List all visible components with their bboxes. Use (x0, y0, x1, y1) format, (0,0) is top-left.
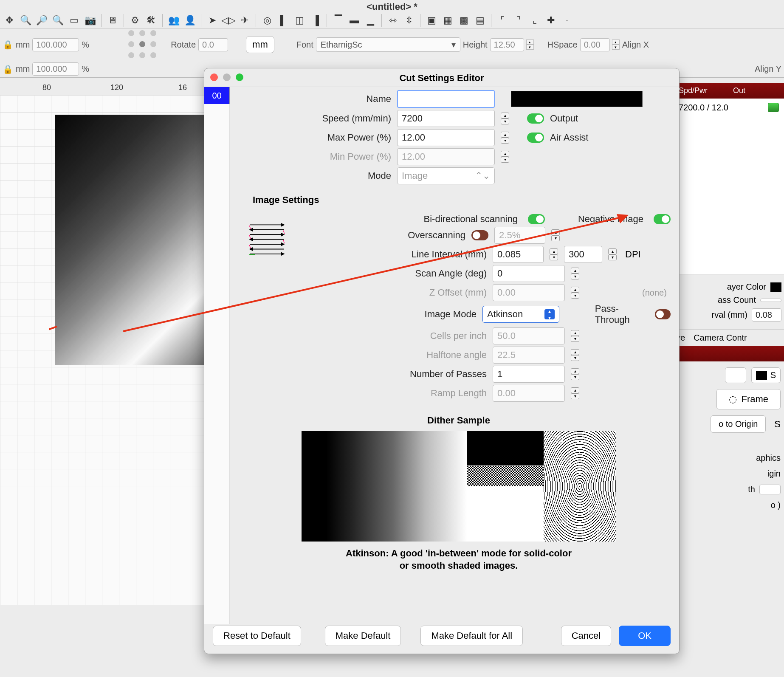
corner-tr-icon[interactable]: ⌝ (512, 14, 525, 27)
frame-button[interactable]: ◌Frame (716, 389, 781, 409)
scanangle-stepper[interactable]: ▴▾ (571, 268, 579, 279)
corner-bl-icon[interactable]: ⌞ (528, 14, 541, 27)
svg-marker-9 (281, 243, 284, 245)
tools-icon[interactable]: 🛠 (144, 14, 158, 27)
layer-tab-00[interactable]: 00 (204, 87, 230, 104)
output-label: Output (550, 113, 578, 124)
mirror-h-icon[interactable]: ◁▷ (222, 14, 235, 27)
height-stepper[interactable]: ▴▾ (526, 39, 534, 50)
cancel-button[interactable]: Cancel (561, 626, 611, 646)
align-center-icon[interactable]: ◫ (293, 14, 306, 27)
marquee-icon[interactable]: ▭ (67, 14, 81, 27)
bidir-toggle[interactable] (528, 214, 545, 224)
corner-c-icon[interactable]: · (560, 14, 574, 27)
height-field[interactable]: 12.50 (490, 38, 524, 51)
svg-line-14 (249, 226, 251, 229)
dist-h-icon[interactable]: ⇿ (386, 14, 400, 27)
arrange-2-icon[interactable]: ▦ (441, 14, 454, 27)
arrange-1-icon[interactable]: ▣ (425, 14, 438, 27)
crosshair-icon[interactable]: ✚ (544, 14, 558, 27)
scan-direction-icon (247, 212, 287, 267)
minpower-stepper: ▴▾ (501, 151, 509, 163)
hspace-stepper[interactable]: ▴▾ (612, 39, 620, 50)
hspace-field[interactable]: 0.00 (580, 38, 610, 51)
align-top-icon[interactable]: ▔ (331, 14, 345, 27)
opt-o[interactable]: o ) (677, 500, 781, 510)
opt-origin[interactable]: igin (677, 469, 781, 479)
align-right-icon[interactable]: ▐ (309, 14, 322, 27)
air-assist-toggle[interactable] (527, 133, 544, 143)
font-label: Font (296, 40, 313, 50)
image-settings-header: Image Settings (253, 195, 671, 206)
scanangle-input[interactable] (493, 265, 565, 282)
output-toggle[interactable] (527, 113, 544, 124)
make-default-button[interactable]: Make Default (325, 626, 401, 646)
rotate-field[interactable]: 0.0 (198, 38, 228, 51)
reset-default-button[interactable]: Reset to Default (213, 626, 301, 646)
opt-graphics[interactable]: aphics (677, 453, 781, 463)
ramp-input (493, 385, 565, 402)
close-icon[interactable] (210, 73, 218, 81)
overscan-toggle[interactable] (471, 230, 488, 240)
speed-input[interactable] (397, 110, 495, 127)
lineinterval-stepper[interactable]: ▴▾ (550, 248, 558, 260)
imagemode-dropdown[interactable]: Atkinson ▴▾ (482, 306, 560, 323)
zoom-out-icon[interactable]: 🔍 (51, 14, 65, 27)
passes-input[interactable] (493, 366, 565, 383)
dist-v-icon[interactable]: ⇳ (402, 14, 416, 27)
height-dim-field[interactable]: 100.000 (32, 62, 79, 76)
send-icon[interactable]: ✈ (238, 14, 251, 27)
make-default-all-button[interactable]: Make Default for All (420, 626, 523, 646)
font-dropdown[interactable]: EtharnigSc▾ (316, 37, 460, 52)
lock-icon-2[interactable]: 🔒 (3, 64, 13, 74)
user-icon[interactable]: 👤 (183, 14, 197, 27)
zoom-fit-icon[interactable]: 🔍 (19, 14, 32, 27)
layer-row-0[interactable]: 7200.0 / 12.0 (674, 99, 784, 117)
maxpower-input[interactable] (397, 129, 495, 146)
arrange-4-icon[interactable]: ▤ (473, 14, 487, 27)
align-left-icon[interactable]: ▌ (276, 14, 290, 27)
interval-field[interactable]: 0.08 (752, 308, 781, 322)
width-field[interactable]: 100.000 (32, 38, 79, 51)
dpi-input[interactable] (564, 246, 602, 263)
ok-button[interactable]: OK (619, 626, 671, 646)
group-icon[interactable]: 👥 (167, 14, 180, 27)
target-icon[interactable]: ◎ (260, 14, 274, 27)
canvas-image-leaf[interactable] (55, 115, 212, 365)
dpi-stepper[interactable]: ▴▾ (608, 248, 617, 260)
minimize-icon[interactable] (223, 73, 231, 81)
gear-icon[interactable]: ⚙ (128, 14, 142, 27)
maxpower-label: Max Power (%) (247, 132, 391, 143)
start-from-button[interactable]: S (751, 367, 781, 383)
camera-icon[interactable]: 📷 (83, 14, 97, 27)
opt-th[interactable]: th (748, 485, 755, 494)
zoom-in-icon[interactable]: 🔎 (35, 14, 48, 27)
lineinterval-input[interactable] (493, 246, 544, 263)
svg-marker-13 (281, 253, 284, 255)
align-bottom-icon[interactable]: ▁ (364, 14, 377, 27)
anchor-grid[interactable] (128, 30, 157, 59)
tab-camera[interactable]: Camera Contr (694, 333, 747, 343)
mode-dropdown[interactable]: Image⌃⌄ (397, 167, 495, 184)
move-icon[interactable]: ✥ (3, 14, 16, 27)
passes-stepper[interactable]: ▴▾ (571, 368, 579, 380)
monitor-icon[interactable]: 🖥 (106, 14, 119, 27)
name-input[interactable] (397, 90, 495, 108)
layer-color-label: ayer Color (727, 282, 766, 292)
layer-output-toggle[interactable] (768, 103, 779, 112)
speed-stepper[interactable]: ▴▾ (501, 113, 509, 124)
maxpower-stepper[interactable]: ▴▾ (501, 132, 509, 144)
align-middle-icon[interactable]: ▬ (347, 14, 361, 27)
layer-color-swatch[interactable] (770, 282, 781, 292)
maximize-icon[interactable] (236, 73, 243, 81)
negative-image-toggle[interactable] (654, 214, 671, 224)
arrange-3-icon[interactable]: ▩ (457, 14, 471, 27)
arrow-right-icon[interactable]: ➤ (206, 14, 219, 27)
corner-tl-icon[interactable]: ⌜ (496, 14, 509, 27)
passthrough-toggle[interactable] (655, 309, 671, 319)
lock-icon[interactable]: 🔒 (3, 39, 13, 50)
dither-description: Atkinson: A good 'in-between' mode for s… (247, 547, 671, 572)
go-origin-button[interactable]: o to Origin (711, 415, 766, 433)
svg-line-15 (283, 231, 285, 234)
units-button[interactable]: mm (246, 36, 274, 53)
